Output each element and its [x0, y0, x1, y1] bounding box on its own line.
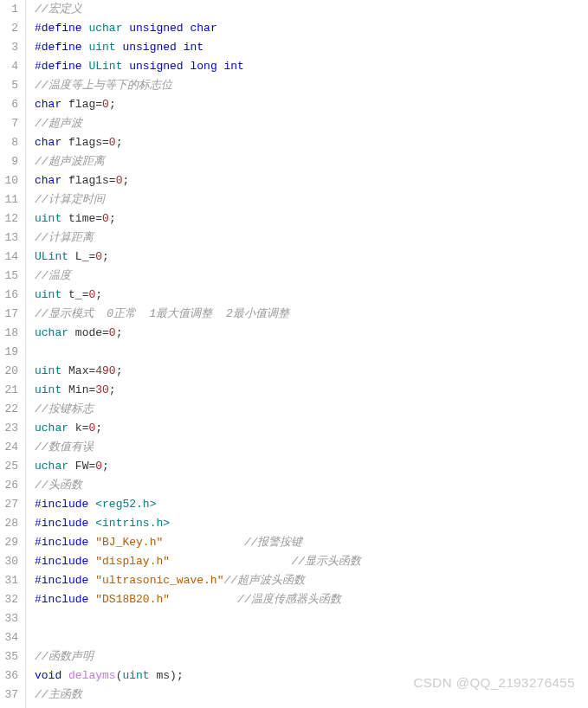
code-token — [61, 669, 68, 682]
code-token: delayms — [68, 669, 116, 682]
line-number: 29 — [0, 533, 18, 552]
code-token: = — [95, 212, 102, 225]
code-token: //头函数 — [35, 479, 82, 492]
line-number: 12 — [0, 209, 18, 228]
code-token — [61, 212, 68, 225]
line-number: 9 — [0, 152, 18, 171]
line-number: 11 — [0, 190, 18, 209]
code-token — [68, 460, 75, 473]
code-line: #include <reg52.h> — [35, 495, 588, 514]
code-token: ms — [156, 669, 170, 682]
code-token — [170, 593, 237, 606]
code-token: = — [95, 98, 102, 111]
code-token — [217, 60, 224, 73]
code-token: uint — [122, 669, 149, 682]
line-number: 4 — [0, 57, 18, 76]
code-line: char flag=0; — [35, 95, 588, 114]
code-token: flag1s — [68, 174, 109, 187]
code-token: uint — [35, 288, 61, 301]
code-token: 0 — [95, 250, 102, 263]
code-token: char — [190, 22, 216, 35]
code-token: char — [35, 98, 61, 111]
line-number: 16 — [0, 286, 18, 305]
code-token: //显示模式 0正常 1最大值调整 2最小值调整 — [35, 307, 289, 320]
code-token — [163, 536, 244, 549]
code-token: #define — [35, 22, 82, 35]
code-line: //头函数 — [35, 476, 588, 495]
code-token: = — [102, 326, 109, 339]
code-token: ; — [109, 383, 116, 396]
line-number-gutter: 1234567891011121314151617181920212223242… — [0, 0, 26, 708]
code-token: void — [35, 669, 61, 682]
line-number: 34 — [0, 628, 18, 647]
code-token: 0 — [109, 326, 116, 339]
code-line: //超声波 — [35, 114, 588, 133]
code-token: //计算定时间 — [35, 193, 105, 206]
code-token: unsigned — [129, 60, 183, 73]
code-token: ; — [109, 98, 116, 111]
code-area: //宏定义#define uchar unsigned char#define … — [26, 0, 588, 708]
code-token: ; — [102, 250, 109, 263]
line-number: 35 — [0, 647, 18, 666]
code-token: <reg52.h> — [95, 498, 156, 511]
code-token: //计算距离 — [35, 231, 94, 244]
code-editor: 1234567891011121314151617181920212223242… — [0, 0, 588, 708]
line-number: 14 — [0, 248, 18, 267]
code-token: //超声波 — [35, 117, 82, 130]
code-token: L_ — [75, 250, 89, 263]
line-number: 10 — [0, 171, 18, 190]
line-number: 1 — [0, 0, 18, 19]
line-number: 6 — [0, 95, 18, 114]
code-token: <intrins.h> — [95, 517, 170, 530]
code-line: #include "BJ_Key.h" //报警按键 — [35, 533, 588, 552]
code-line: //主函数 — [35, 685, 588, 705]
code-token: #include — [35, 593, 88, 606]
code-line — [35, 609, 588, 628]
line-number: 5 — [0, 76, 18, 95]
code-token: ; — [116, 326, 123, 339]
code-line: //宏定义 — [35, 0, 588, 19]
code-token: 0 — [102, 212, 109, 225]
code-token: uchar — [35, 460, 68, 473]
code-token: t_ — [68, 288, 82, 301]
code-token: unsigned — [129, 22, 183, 35]
code-token: ; — [116, 364, 123, 377]
code-token: //函数声明 — [35, 650, 94, 663]
code-token: #define — [35, 60, 82, 73]
code-line: #define ULint unsigned long int — [35, 57, 588, 76]
code-line: //计算定时间 — [35, 190, 588, 209]
code-token: flag — [68, 98, 95, 111]
code-token: Min — [68, 383, 88, 396]
code-line — [35, 628, 588, 647]
code-token — [170, 555, 291, 568]
code-token: char — [35, 174, 61, 187]
code-token — [61, 288, 68, 301]
line-number: 27 — [0, 495, 18, 514]
code-line: //超声波距离 — [35, 152, 588, 171]
code-token: ; — [109, 212, 116, 225]
code-line: #include "DS18B20.h" //温度传感器头函数 — [35, 590, 588, 609]
code-token: uint — [35, 364, 61, 377]
code-token: #include — [35, 574, 88, 587]
code-line: ULint L_=0; — [35, 248, 588, 267]
code-line: uchar k=0; — [35, 419, 588, 438]
code-token: time — [68, 212, 95, 225]
code-token: uint — [35, 212, 61, 225]
code-token: //数值有误 — [35, 441, 94, 454]
code-token: //按键标志 — [35, 402, 94, 415]
line-number: 31 — [0, 571, 18, 590]
code-token: Max — [68, 364, 88, 377]
code-token: uchar — [35, 326, 68, 339]
line-number: 3 — [0, 38, 18, 57]
code-token — [61, 136, 68, 149]
line-number: 23 — [0, 419, 18, 438]
code-token — [68, 326, 75, 339]
code-token — [177, 41, 184, 54]
code-line: #include "ultrasonic_wave.h"//超声波头函数 — [35, 571, 588, 590]
code-token: //宏定义 — [35, 3, 82, 16]
code-token: "DS18B20.h" — [95, 593, 170, 606]
code-token: "BJ_Key.h" — [95, 536, 163, 549]
code-token: int — [224, 60, 244, 73]
line-number: 15 — [0, 267, 18, 286]
code-token — [61, 383, 68, 396]
